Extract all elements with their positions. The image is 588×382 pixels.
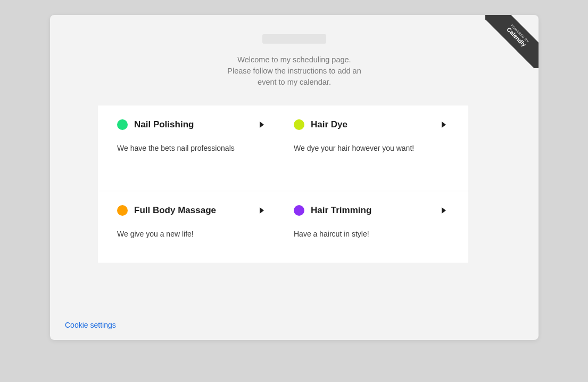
scheduling-card: POWERED BY Calendly Welcome to my schedu… (50, 15, 539, 340)
chevron-right-icon (260, 121, 264, 128)
event-card-nail-polishing[interactable]: Nail Polishing We have the bets nail pro… (98, 105, 283, 191)
host-name-placeholder (262, 34, 326, 44)
event-color-dot (117, 119, 128, 130)
event-description: We have the bets nail professionals (117, 144, 264, 152)
chevron-right-icon (260, 207, 264, 214)
cookie-settings-link[interactable]: Cookie settings (65, 321, 116, 329)
event-title: Full Body Massage (134, 205, 216, 216)
event-card-hair-dye[interactable]: Hair Dye We dye your hair however you wa… (283, 105, 468, 191)
event-description: We give you a new life! (117, 230, 264, 238)
event-head: Hair Trimming (294, 205, 449, 216)
chevron-right-icon (442, 121, 446, 128)
event-title: Hair Trimming (311, 205, 371, 216)
event-color-dot (294, 119, 304, 130)
event-color-dot (117, 205, 128, 216)
event-card-hair-trimming[interactable]: Hair Trimming Have a haircut in style! (283, 191, 468, 263)
event-description: Have a haircut in style! (294, 230, 449, 238)
events-panel: Nail Polishing We have the bets nail pro… (98, 105, 468, 263)
header: Welcome to my scheduling page. Please fo… (50, 15, 539, 99)
event-description: We dye your hair however you want! (294, 144, 449, 152)
event-title: Nail Polishing (134, 119, 194, 130)
event-head: Hair Dye (294, 119, 449, 130)
event-title: Hair Dye (311, 119, 347, 130)
event-color-dot (294, 205, 304, 216)
welcome-text: Welcome to my scheduling page. Please fo… (225, 54, 363, 88)
event-card-full-body-massage[interactable]: Full Body Massage We give you a new life… (98, 191, 283, 263)
event-head: Nail Polishing (117, 119, 264, 130)
chevron-right-icon (442, 207, 446, 214)
event-head: Full Body Massage (117, 205, 264, 216)
